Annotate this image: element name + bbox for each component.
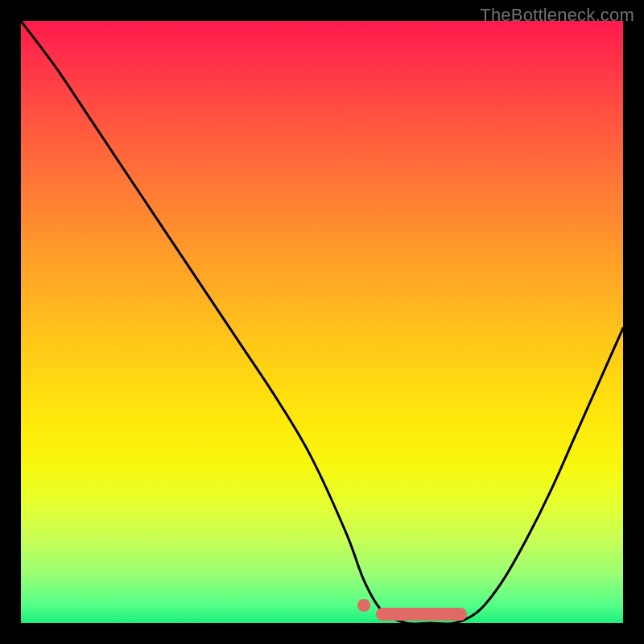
bottleneck-curve	[21, 21, 623, 623]
chart-container: TheBottleneck.com	[0, 0, 644, 644]
marker-bar	[376, 608, 466, 621]
plot-area	[21, 21, 623, 623]
watermark-text: TheBottleneck.com	[480, 5, 634, 26]
marker-dot	[357, 599, 370, 612]
curve-svg	[21, 21, 623, 623]
